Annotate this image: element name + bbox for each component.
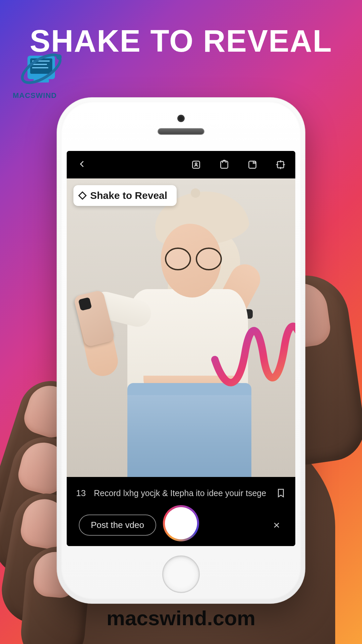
phone-mockup: Shake to Reveal 13 Record lxhg yocjk & I… <box>57 97 305 604</box>
back-icon[interactable] <box>75 156 89 174</box>
note-icon[interactable] <box>246 158 259 171</box>
post-button[interactable]: Post the vdeo <box>79 515 156 536</box>
home-button[interactable] <box>162 555 200 593</box>
top-toolbar <box>67 151 295 178</box>
sticker-icon[interactable] <box>189 158 203 171</box>
control-bar: Post the vdeo × <box>67 504 295 546</box>
phone-camera <box>177 115 185 122</box>
instruction-text: Record lxhg yocjk & Itepha ito idee youi… <box>94 488 268 498</box>
reveal-wave-graphic <box>208 303 295 403</box>
phone-speaker <box>158 128 204 135</box>
effect-chip[interactable]: Shake to Reveal <box>73 185 177 206</box>
effect-chip-label: Shake to Reveal <box>90 190 167 201</box>
brand-text: MACSWIND <box>13 91 57 100</box>
footer-url: macswind.com <box>0 606 362 630</box>
step-number: 13 <box>76 488 86 498</box>
diamond-icon <box>78 191 86 200</box>
app-screen: Shake to Reveal 13 Record lxhg yocjk & I… <box>67 151 295 546</box>
crop-icon[interactable] <box>274 158 287 171</box>
svg-point-9 <box>195 163 197 165</box>
close-icon[interactable]: × <box>270 515 283 535</box>
svg-rect-10 <box>221 161 228 168</box>
shop-icon[interactable] <box>218 158 231 171</box>
bookmark-icon[interactable] <box>276 487 286 499</box>
svg-point-7 <box>56 54 62 60</box>
brand-logo <box>16 44 66 94</box>
camera-preview: Shake to Reveal <box>67 178 295 477</box>
svg-rect-12 <box>278 162 284 168</box>
shutter-button[interactable] <box>163 505 199 541</box>
